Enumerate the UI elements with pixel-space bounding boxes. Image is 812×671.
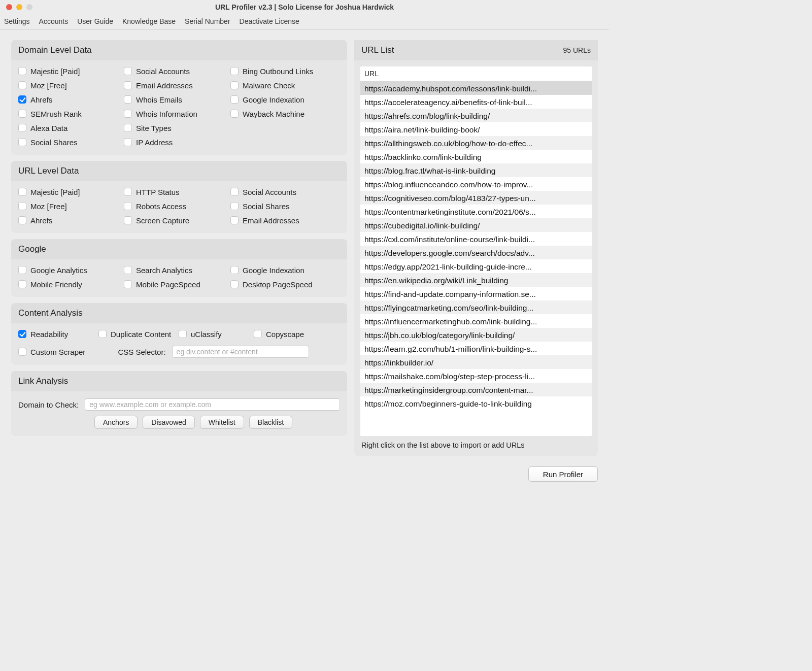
url-row[interactable]: https://developers.google.com/search/doc…: [360, 246, 592, 259]
url-row[interactable]: https://find-and-update.company-informat…: [360, 287, 592, 300]
checkbox-wayback-machine[interactable]: Wayback Machine: [230, 108, 340, 119]
checkbox-alexa-data[interactable]: Alexa Data: [18, 122, 119, 133]
checkbox-icon[interactable]: [230, 67, 239, 75]
url-row[interactable]: https://aira.net/link-building-book/: [360, 122, 592, 136]
checkbox-whois-emails[interactable]: Whois Emails: [124, 94, 225, 105]
checkbox-email-addresses[interactable]: Email Addresses: [124, 80, 225, 91]
menu-serial-number[interactable]: Serial Number: [185, 17, 230, 25]
url-row[interactable]: https://contentmarketinginstitute.com/20…: [360, 205, 592, 218]
checkbox-social-accounts[interactable]: Social Accounts: [230, 186, 340, 197]
url-row[interactable]: https://mailshake.com/blog/step-step-pro…: [360, 369, 592, 383]
checkbox-semrush-rank[interactable]: SEMrush Rank: [18, 108, 119, 119]
checkbox-duplicate-content[interactable]: Duplicate Content: [98, 328, 174, 340]
checkbox-icon[interactable]: [254, 330, 262, 338]
checkbox-robots-access[interactable]: Robots Access: [124, 200, 225, 212]
url-row[interactable]: https://moz.com/beginners-guide-to-link-…: [360, 396, 592, 410]
checkbox-icon[interactable]: [18, 330, 26, 338]
checkbox-icon[interactable]: [98, 330, 107, 338]
url-row[interactable]: https://cognitiveseo.com/blog/4183/27-ty…: [360, 191, 592, 205]
checkbox-moz-free-[interactable]: Moz [Free]: [18, 200, 119, 212]
minimize-icon[interactable]: [16, 4, 22, 10]
checkbox-icon[interactable]: [124, 95, 132, 104]
checkbox-icon[interactable]: [18, 216, 26, 224]
checkbox-icon[interactable]: [230, 280, 239, 288]
checkbox-icon[interactable]: [18, 202, 26, 210]
menu-deactivate-license[interactable]: Deactivate License: [240, 17, 299, 25]
checkbox-majestic-paid-[interactable]: Majestic [Paid]: [18, 186, 119, 197]
domain-to-check-input[interactable]: [85, 398, 340, 411]
url-row[interactable]: https://influencermarketinghub.com/link-…: [360, 314, 592, 328]
url-row[interactable]: https://blog.frac.tl/what-is-link-buildi…: [360, 163, 592, 177]
url-row[interactable]: https://ahrefs.com/blog/link-building/: [360, 109, 592, 122]
checkbox-icon[interactable]: [18, 348, 26, 356]
checkbox-social-shares[interactable]: Social Shares: [18, 137, 119, 148]
zoom-icon[interactable]: [26, 4, 32, 10]
url-row[interactable]: https://academy.hubspot.com/lessons/link…: [360, 81, 592, 95]
checkbox-icon[interactable]: [124, 124, 132, 132]
checkbox-ahrefs[interactable]: Ahrefs: [18, 215, 119, 226]
checkbox-google-indexation[interactable]: Google Indexation: [230, 94, 340, 105]
checkbox-malware-check[interactable]: Malware Check: [230, 80, 340, 91]
checkbox-icon[interactable]: [124, 188, 132, 196]
disavowed-button[interactable]: Disavowed: [143, 416, 194, 429]
checkbox-majestic-paid-[interactable]: Majestic [Paid]: [18, 65, 119, 77]
checkbox-whois-information[interactable]: Whois Information: [124, 108, 225, 119]
checkbox-icon[interactable]: [124, 138, 132, 146]
checkbox-icon[interactable]: [18, 138, 26, 146]
checkbox-icon[interactable]: [18, 266, 26, 274]
menu-settings[interactable]: Settings: [4, 17, 30, 25]
custom-scraper-checkbox[interactable]: Custom Scraper: [18, 346, 85, 357]
checkbox-icon[interactable]: [230, 188, 239, 196]
checkbox-icon[interactable]: [18, 110, 26, 118]
checkbox-ip-address[interactable]: IP Address: [124, 137, 225, 148]
url-row[interactable]: https://blog.influenceandco.com/how-to-i…: [360, 177, 592, 191]
url-row[interactable]: https://cubedigital.io/link-building/: [360, 218, 592, 232]
checkbox-icon[interactable]: [230, 81, 239, 89]
checkbox-mobile-friendly[interactable]: Mobile Friendly: [18, 279, 119, 290]
checkbox-search-analytics[interactable]: Search Analytics: [124, 264, 225, 276]
checkbox-ahrefs[interactable]: Ahrefs: [18, 94, 119, 105]
url-row[interactable]: https://en.wikipedia.org/wiki/Link_build…: [360, 273, 592, 287]
checkbox-icon[interactable]: [124, 266, 132, 274]
checkbox-moz-free-[interactable]: Moz [Free]: [18, 80, 119, 91]
checkbox-icon[interactable]: [18, 124, 26, 132]
checkbox-icon[interactable]: [18, 67, 26, 75]
url-row[interactable]: https://marketinginsidergroup.com/conten…: [360, 383, 592, 396]
checkbox-icon[interactable]: [124, 216, 132, 224]
run-profiler-button[interactable]: Run Profiler: [528, 466, 598, 482]
checkbox-icon[interactable]: [18, 188, 26, 196]
checkbox-email-addresses[interactable]: Email Addresses: [230, 215, 340, 226]
url-row[interactable]: https://cxl.com/institute/online-course/…: [360, 232, 592, 246]
checkbox-icon[interactable]: [124, 202, 132, 210]
url-row[interactable]: https://edgy.app/2021-link-building-guid…: [360, 259, 592, 273]
menu-knowledge-base[interactable]: Knowledge Base: [122, 17, 176, 25]
checkbox-google-indexation[interactable]: Google Indexation: [230, 264, 340, 276]
checkbox-icon[interactable]: [230, 202, 239, 210]
url-row[interactable]: https://allthingsweb.co.uk/blog/how-to-d…: [360, 136, 592, 150]
url-row[interactable]: https://flyingcatmarketing.com/seo/link-…: [360, 300, 592, 314]
whitelist-button[interactable]: Whitelist: [200, 416, 244, 429]
url-row[interactable]: https://backlinko.com/link-building: [360, 150, 592, 163]
url-row[interactable]: https://linkbuilder.io/: [360, 355, 592, 369]
checkbox-icon[interactable]: [124, 67, 132, 75]
css-selector-input[interactable]: [172, 346, 309, 358]
url-table[interactable]: URL https://academy.hubspot.com/lessons/…: [360, 66, 592, 436]
checkbox-icon[interactable]: [230, 266, 239, 274]
checkbox-http-status[interactable]: HTTP Status: [124, 186, 225, 197]
url-row[interactable]: https://jbh.co.uk/blog/category/link-bui…: [360, 328, 592, 342]
checkbox-site-types[interactable]: Site Types: [124, 122, 225, 133]
checkbox-icon[interactable]: [18, 280, 26, 288]
menu-accounts[interactable]: Accounts: [39, 17, 69, 25]
checkbox-icon[interactable]: [124, 280, 132, 288]
checkbox-icon[interactable]: [124, 110, 132, 118]
checkbox-icon[interactable]: [18, 95, 26, 104]
checkbox-icon[interactable]: [230, 95, 239, 104]
checkbox-screen-capture[interactable]: Screen Capture: [124, 215, 225, 226]
checkbox-mobile-pagespeed[interactable]: Mobile PageSpeed: [124, 279, 225, 290]
checkbox-google-analytics[interactable]: Google Analytics: [18, 264, 119, 276]
checkbox-icon[interactable]: [230, 110, 239, 118]
checkbox-social-accounts[interactable]: Social Accounts: [124, 65, 225, 77]
anchors-button[interactable]: Anchors: [94, 416, 138, 429]
url-row[interactable]: https://learn.g2.com/hub/1-million/link-…: [360, 342, 592, 355]
blacklist-button[interactable]: Blacklist: [249, 416, 292, 429]
